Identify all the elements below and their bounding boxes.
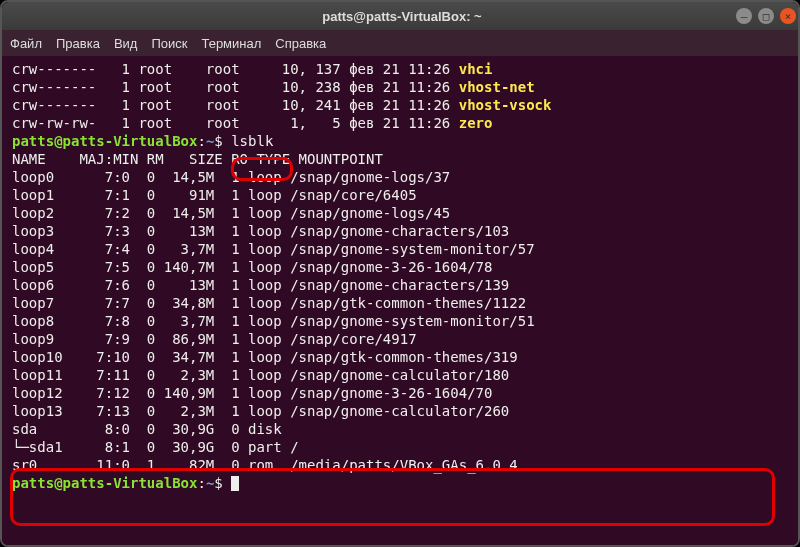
menu-search[interactable]: Поиск: [151, 36, 187, 51]
menu-view[interactable]: Вид: [114, 36, 138, 51]
minimize-button[interactable]: –: [736, 8, 752, 24]
menu-terminal[interactable]: Терминал: [201, 36, 261, 51]
window-controls: – □ ×: [736, 8, 796, 24]
menu-help[interactable]: Справка: [275, 36, 326, 51]
window-title: patts@patts-VirtualBox: ~: [322, 9, 481, 24]
menubar: Файл Правка Вид Поиск Терминал Справка: [2, 30, 800, 56]
menu-edit[interactable]: Правка: [56, 36, 100, 51]
maximize-button[interactable]: □: [758, 8, 774, 24]
close-button[interactable]: ×: [780, 8, 796, 24]
menu-file[interactable]: Файл: [10, 36, 42, 51]
terminal-output[interactable]: crw------- 1 root root 10, 137 фев 21 11…: [2, 56, 800, 547]
titlebar: patts@patts-VirtualBox: ~ – □ ×: [2, 2, 800, 30]
